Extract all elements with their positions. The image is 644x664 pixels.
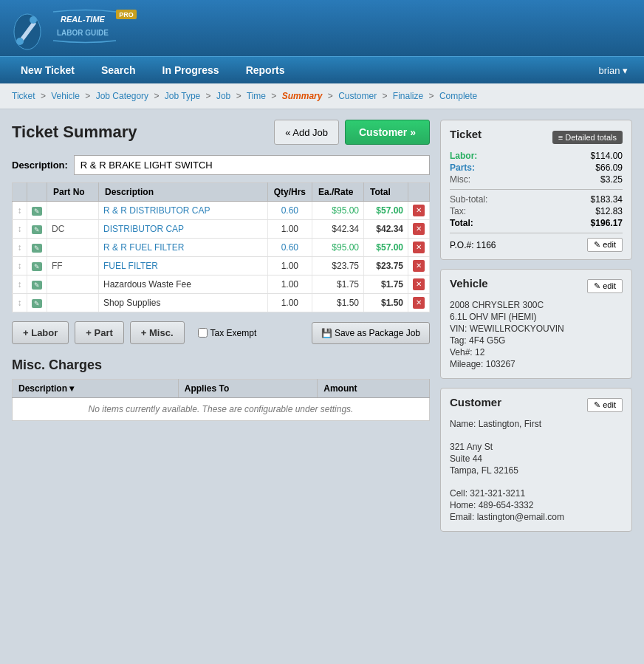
breadcrumb-time[interactable]: Time (247, 91, 266, 101)
table-row: ↕ ✎ FF FUEL FILTER 1.00 $23.75 $23.75 ✕ (13, 257, 430, 275)
breadcrumb-current: Summary (282, 91, 323, 101)
row-rate: $1.75 (312, 275, 364, 294)
row-rate: $42.34 (312, 220, 364, 239)
row-move[interactable]: ↕ (13, 202, 27, 220)
breadcrumb-ticket[interactable]: Ticket (12, 91, 35, 101)
breadcrumb-vehicle[interactable]: Vehicle (51, 91, 80, 101)
row-delete[interactable]: ✕ (408, 202, 430, 220)
misc-charges-section: Misc. Charges Description ▾ Applies To A… (12, 357, 430, 421)
row-move[interactable]: ↕ (13, 294, 27, 312)
tax-label: Tax: (450, 206, 466, 216)
add-misc-button[interactable]: + Misc. (130, 321, 185, 344)
col-header-del (408, 183, 430, 202)
ticket-table: Part No Description Qty/Hrs Ea./Rate Tot… (12, 182, 430, 312)
detailed-totals-button[interactable]: Detailed totals (552, 131, 623, 144)
row-delete[interactable]: ✕ (408, 275, 430, 294)
row-description: FUEL FILTER (99, 257, 268, 275)
misc-col-amount: Amount (318, 380, 430, 398)
nav-in-progress[interactable]: In Progress (149, 57, 233, 83)
row-total: $1.75 (364, 275, 408, 294)
ticket-subtotal-row: Sub-total: $183.34 (450, 194, 623, 205)
row-description: Hazardous Waste Fee (99, 275, 268, 294)
row-partno: FF (47, 257, 99, 275)
description-input[interactable] (74, 155, 430, 175)
breadcrumb: Ticket > Vehicle > Job Category > Job Ty… (0, 83, 644, 109)
nav-reports[interactable]: Reports (233, 57, 298, 83)
row-edit[interactable]: ✎ (27, 239, 47, 257)
col-header-edit (27, 183, 47, 202)
ticket-edit-button[interactable]: edit (587, 238, 623, 252)
row-edit[interactable]: ✎ (27, 275, 47, 294)
row-qty: 1.00 (267, 275, 312, 294)
ticket-card: Ticket Detailed totals Labor: $114.00 Pa… (440, 120, 632, 260)
table-row: ↕ ✎ R & R DISTRIBUTOR CAP 0.60 $95.00 $5… (13, 202, 430, 220)
breadcrumb-finalize[interactable]: Finalize (393, 91, 423, 101)
col-header-qty: Qty/Hrs (267, 183, 312, 202)
vehicle-edit-button[interactable]: edit (587, 279, 623, 293)
vehicle-veh: Veh#: 12 (450, 347, 623, 357)
row-delete[interactable]: ✕ (408, 239, 430, 257)
logo: PRO REAL-TIME LABOR GUIDE (9, 6, 164, 50)
row-description: DISTRIBUTOR CAP (99, 220, 268, 239)
row-move[interactable]: ↕ (13, 275, 27, 294)
ticket-misc-row: Misc: $3.25 (450, 174, 623, 185)
nav-user[interactable]: brian (589, 58, 637, 83)
row-delete[interactable]: ✕ (408, 257, 430, 275)
row-total: $42.34 (364, 220, 408, 239)
row-edit[interactable]: ✎ (27, 294, 47, 312)
misc-label: Misc: (450, 174, 470, 185)
save-package-button[interactable]: 💾 Save as Package Job (312, 322, 430, 344)
row-delete[interactable]: ✕ (408, 294, 430, 312)
breadcrumb-customer[interactable]: Customer (338, 91, 377, 101)
summary-header: Ticket Summary « Add Job Customer » (12, 120, 430, 145)
row-edit[interactable]: ✎ (27, 257, 47, 275)
row-move[interactable]: ↕ (13, 239, 27, 257)
breadcrumb-job-type[interactable]: Job Type (165, 91, 200, 101)
table-row: ↕ ✎ DC DISTRIBUTOR CAP 1.00 $42.34 $42.3… (13, 220, 430, 239)
row-move[interactable]: ↕ (13, 257, 27, 275)
col-header-rate: Ea./Rate (312, 183, 364, 202)
customer-card-title: Customer (450, 396, 501, 408)
row-delete[interactable]: ✕ (408, 220, 430, 239)
customer-home: Home: 489-654-3332 (450, 500, 623, 510)
vehicle-make-model: 2008 CHRYSLER 300C (450, 300, 623, 310)
tax-value: $12.83 (595, 206, 623, 216)
tag-value: 4F4 G5G (469, 335, 505, 346)
row-rate: $23.75 (312, 257, 364, 275)
add-part-button[interactable]: + Part (75, 321, 124, 344)
table-row: ↕ ✎ Shop Supplies 1.00 $1.50 $1.50 ✕ (13, 294, 430, 312)
row-edit[interactable]: ✎ (27, 202, 47, 220)
header-buttons: « Add Job Customer » (274, 120, 430, 145)
row-edit[interactable]: ✎ (27, 220, 47, 239)
vehicle-card: Vehicle edit 2008 CHRYSLER 300C 6.1L OHV… (440, 269, 632, 379)
customer-addr1: 321 Any St (450, 442, 623, 452)
row-qty: 1.00 (267, 294, 312, 312)
vehicle-engine: 6.1L OHV MFI (HEMI) (450, 312, 623, 322)
breadcrumb-job-category[interactable]: Job Category (96, 91, 148, 101)
col-header-desc: Description (99, 183, 268, 202)
customer-addr2: Suite 44 (450, 453, 623, 464)
add-labor-button[interactable]: + Labor (12, 321, 69, 344)
total-value: $196.17 (591, 218, 623, 228)
add-job-button[interactable]: « Add Job (274, 120, 339, 145)
col-header-total: Total (364, 183, 408, 202)
description-row: Description: (12, 155, 430, 175)
nav-search[interactable]: Search (88, 57, 149, 83)
description-label: Description: (12, 160, 68, 171)
ticket-total-row: Total: $196.17 (450, 218, 623, 228)
svg-text:LABOR GUIDE: LABOR GUIDE (57, 29, 109, 37)
misc-col-applies: Applies To (178, 380, 317, 398)
po-number: P.O.#: 1166 (450, 240, 496, 250)
row-qty: 1.00 (267, 220, 312, 239)
vin-label: VIN: (450, 324, 467, 334)
customer-edit-button[interactable]: edit (587, 398, 623, 412)
nav-new-ticket[interactable]: New Ticket (7, 57, 88, 83)
breadcrumb-complete[interactable]: Complete (439, 91, 477, 101)
row-move[interactable]: ↕ (13, 220, 27, 239)
breadcrumb-job[interactable]: Job (216, 91, 230, 101)
parts-label: Parts: (450, 162, 475, 173)
customer-button[interactable]: Customer » (345, 120, 430, 145)
tax-exempt-checkbox[interactable] (198, 328, 208, 338)
customer-email: Email: lastington@email.com (450, 512, 623, 522)
col-header-action (13, 183, 27, 202)
